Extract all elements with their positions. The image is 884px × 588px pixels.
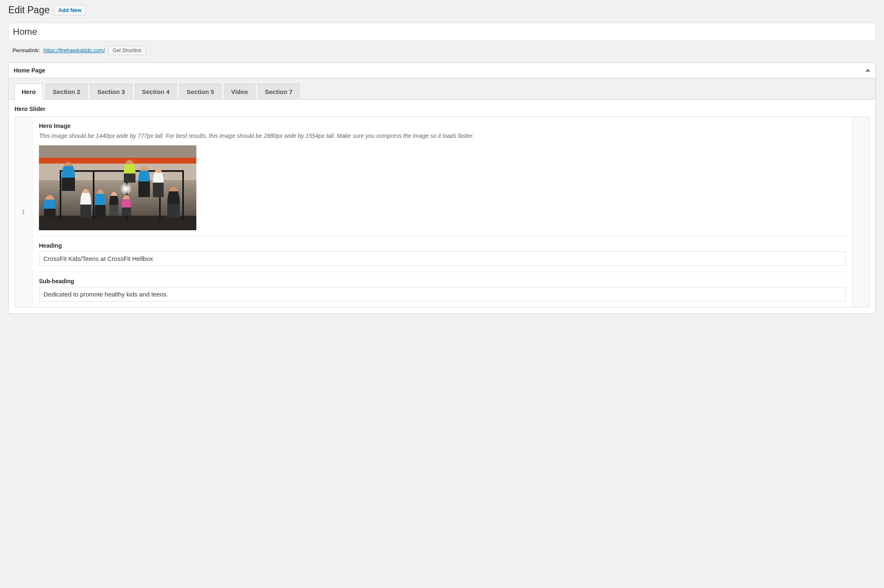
hero-image-thumbnail[interactable] [39, 145, 196, 230]
row-number: 1 [15, 117, 32, 307]
post-title-input[interactable] [8, 23, 876, 41]
heading-field: Heading [32, 236, 853, 272]
collapse-toggle-icon[interactable] [865, 69, 870, 72]
tabs-nav: Hero Section 2 Section 3 Section 4 Secti… [9, 83, 875, 99]
hero-slider-label: Hero Slider [14, 106, 870, 112]
hero-image-label: Hero Image [39, 123, 846, 129]
row-actions-column [853, 117, 869, 307]
page-title: Edit Page [8, 4, 50, 17]
permalink-url-link[interactable]: https://firehawkskids.com/ [43, 47, 105, 53]
get-shortlink-button[interactable]: Get Shortlink [108, 46, 146, 55]
repeater-row: 1 Hero Image This image should be 1440px… [14, 116, 870, 308]
hero-image-field: Hero Image This image should be 1440px w… [32, 117, 853, 236]
tab-hero[interactable]: Hero [14, 84, 43, 100]
subheading-field: Sub-heading [32, 272, 853, 307]
tab-section-4[interactable]: Section 4 [135, 84, 177, 100]
permalink-row: Permalink: https://firehawkskids.com/ Ge… [8, 44, 876, 63]
tab-section-5[interactable]: Section 5 [179, 84, 221, 100]
tab-section-3[interactable]: Section 3 [90, 84, 132, 100]
tab-section-2[interactable]: Section 2 [46, 84, 87, 100]
home-page-postbox: Home Page Hero Section 2 Section 3 Secti… [8, 63, 876, 314]
tab-video[interactable]: Video [224, 84, 255, 100]
tab-section-7[interactable]: Section 7 [258, 84, 300, 100]
subheading-input[interactable] [39, 287, 846, 301]
subheading-label: Sub-heading [39, 278, 846, 284]
add-new-button[interactable]: Add New [54, 5, 86, 15]
hero-image-description: This image should be 1440px wide by 777p… [39, 132, 846, 140]
postbox-title: Home Page [14, 67, 45, 74]
permalink-label: Permalink: [12, 47, 40, 53]
heading-label: Heading [39, 242, 846, 249]
heading-input[interactable] [39, 251, 846, 266]
